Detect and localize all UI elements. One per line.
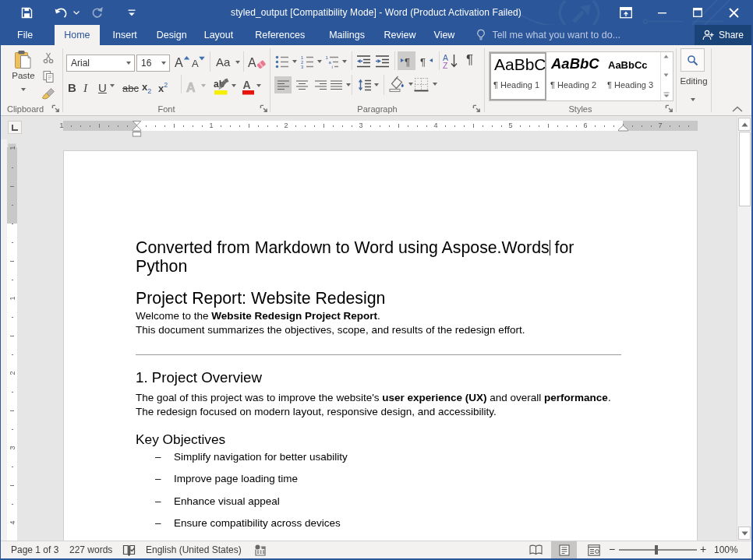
scroll-down-button[interactable] [738, 527, 751, 540]
print-layout-button[interactable] [551, 541, 577, 558]
shrink-font-button[interactable]: A [191, 55, 205, 69]
editing-dropdown[interactable] [691, 90, 695, 104]
tab-insert[interactable]: Insert [103, 25, 147, 45]
line-spacing-dropdown[interactable] [374, 83, 379, 86]
paragraph-dialog-launcher[interactable] [472, 104, 481, 113]
grow-font-button[interactable]: A [174, 55, 189, 69]
decrease-indent-button[interactable] [356, 55, 371, 69]
tab-layout[interactable]: Layout [196, 25, 242, 45]
document-page[interactable]: Converted from Markdown to Word using As… [63, 150, 698, 541]
find-button[interactable] [681, 48, 705, 72]
borders-button[interactable] [414, 75, 437, 93]
bold-button[interactable]: B [68, 81, 83, 95]
tab-review[interactable]: Review [376, 25, 425, 45]
subscript-button[interactable]: x2 [142, 79, 158, 95]
align-left-button[interactable] [274, 76, 292, 93]
highlight-button[interactable]: ab [214, 78, 230, 95]
proofing-status[interactable] [122, 544, 136, 557]
vertical-scrollbar[interactable] [737, 117, 751, 541]
numbering-button[interactable]: 1 2 3 [300, 55, 322, 69]
tell-me-box[interactable]: Tell me what you want to do... [476, 25, 620, 45]
zoom-slider[interactable] [619, 549, 697, 551]
undo-dropdown[interactable] [73, 0, 80, 25]
paste-button[interactable]: Paste [7, 48, 40, 109]
font-name-combo[interactable]: Arial [66, 55, 135, 72]
multilevel-dropdown[interactable] [342, 60, 347, 63]
font-size-combo[interactable]: 16 [136, 55, 170, 72]
ltr-text-direction-button[interactable]: ¶ [398, 51, 415, 70]
borders-dropdown[interactable] [433, 83, 437, 86]
tab-design[interactable]: Design [148, 25, 196, 45]
indent-markers[interactable] [132, 120, 142, 137]
show-hide-pilcrow-button[interactable]: ¶ [466, 52, 473, 68]
tab-view[interactable]: View [426, 25, 464, 45]
gallery-more-icon[interactable] [663, 92, 670, 98]
minimize-button[interactable] [644, 0, 680, 25]
read-mode-button[interactable] [529, 544, 543, 555]
numbering-dropdown[interactable] [317, 60, 322, 63]
tab-references[interactable]: References [246, 25, 313, 45]
editing-button[interactable]: Editing [677, 76, 711, 86]
align-right-button[interactable] [312, 76, 329, 93]
word-count[interactable]: 227 words [69, 541, 112, 558]
style-heading3[interactable]: AaBbCc ¶ Heading 3 [603, 52, 660, 100]
increase-indent-button[interactable] [375, 55, 390, 69]
align-center-button[interactable] [293, 76, 310, 93]
highlight-dropdown[interactable] [230, 76, 242, 95]
cut-button[interactable] [42, 52, 55, 64]
text-effects-button[interactable]: A [186, 81, 201, 95]
font-color-dropdown[interactable] [255, 76, 267, 95]
save-button[interactable] [21, 0, 33, 25]
scroll-up-button[interactable] [738, 118, 751, 131]
zoom-out-button[interactable]: − [609, 541, 615, 558]
zoom-level[interactable]: 100% [714, 541, 738, 558]
zoom-in-button[interactable]: + [700, 541, 706, 558]
tab-stop-selector[interactable] [8, 121, 22, 134]
line-spacing-button[interactable] [358, 76, 379, 93]
change-case-button[interactable]: Aa [216, 55, 240, 69]
clear-formatting-button[interactable]: A [248, 55, 267, 70]
font-color-button[interactable]: A [242, 78, 255, 95]
tab-home[interactable]: Home [55, 25, 99, 45]
superscript-button[interactable]: x2 [158, 81, 176, 95]
tab-file[interactable]: File [7, 25, 43, 45]
font-size-dropdown[interactable] [157, 55, 169, 71]
right-indent-marker[interactable] [617, 125, 629, 132]
italic-button[interactable]: I [83, 81, 98, 95]
web-layout-button[interactable] [588, 544, 600, 556]
bullets-dropdown[interactable] [292, 60, 297, 63]
styles-dialog-launcher[interactable] [664, 104, 673, 113]
zoom-slider-handle[interactable] [655, 545, 658, 555]
multilevel-list-button[interactable]: 1 a i [325, 55, 347, 69]
justify-dropdown[interactable] [346, 83, 351, 86]
shading-button[interactable] [388, 75, 413, 93]
language-status[interactable]: English (United States) [146, 541, 242, 558]
horizontal-ruler[interactable]: 1 1 2 3 4 5 6 7 [63, 121, 698, 131]
undo-button[interactable] [54, 0, 69, 25]
share-button[interactable]: Share [695, 25, 751, 45]
rtl-text-direction-button[interactable]: ¶ [418, 51, 436, 70]
underline-button[interactable]: U [98, 81, 110, 95]
ribbon-display-options-button[interactable] [608, 0, 644, 25]
page-indicator[interactable]: Page 1 of 3 [11, 541, 58, 558]
collapse-ribbon-icon[interactable] [732, 106, 743, 112]
font-dialog-launcher[interactable] [259, 104, 268, 113]
font-name-dropdown[interactable] [122, 55, 134, 71]
gallery-scroll-up-icon[interactable] [663, 55, 669, 58]
maximize-button[interactable] [680, 0, 716, 25]
underline-dropdown[interactable] [110, 76, 122, 95]
bullets-button[interactable] [275, 55, 297, 69]
close-button[interactable] [716, 0, 751, 25]
shading-dropdown[interactable] [408, 83, 413, 86]
copy-button[interactable] [42, 70, 55, 83]
vertical-ruler[interactable]: 1 1 2 3 4 [7, 147, 17, 541]
tab-mailings[interactable]: Mailings [320, 25, 373, 45]
macro-recording-status[interactable] [254, 544, 267, 556]
style-heading2[interactable]: AaBbC ¶ Heading 2 [546, 52, 603, 100]
justify-button[interactable] [331, 76, 351, 93]
customize-qat-button[interactable] [128, 0, 136, 25]
strikethrough-button[interactable]: abc [122, 81, 142, 95]
scroll-thumb[interactable] [739, 132, 751, 206]
clipboard-dialog-launcher[interactable] [51, 104, 60, 113]
sort-button[interactable]: A Z [443, 53, 459, 69]
